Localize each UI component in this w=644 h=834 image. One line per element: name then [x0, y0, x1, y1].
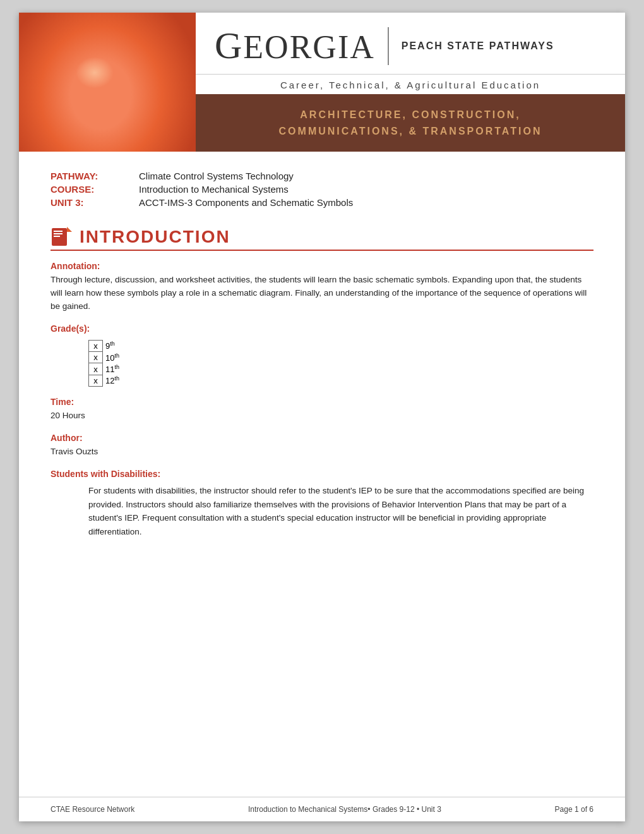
- vertical-divider: [388, 27, 389, 65]
- footer: CTAE Resource Network Introduction to Me…: [19, 797, 625, 821]
- grades-table: x9thx10thx11thx12th: [88, 340, 124, 387]
- grades-label: Grade(s):: [51, 323, 593, 334]
- unit-value: ACCT-IMS-3 Components and Schematic Symb…: [139, 197, 353, 208]
- footer-center: Introduction to Mechanical Systems• Grad…: [248, 805, 441, 814]
- header-top: GEORGIA PEACH STATE PATHWAYS: [196, 13, 625, 75]
- intro-section: INTRODUCTION Annotation: Through lecture…: [51, 226, 593, 538]
- svg-rect-1: [54, 231, 63, 232]
- banner-line-1: Architecture, Construction,: [208, 107, 612, 123]
- intro-heading-row: INTRODUCTION: [51, 226, 593, 248]
- ctae-subtitle: Career, Technical, & Agricultural Educat…: [196, 75, 625, 94]
- grade-value: 12th: [103, 375, 124, 386]
- svg-rect-3: [54, 236, 60, 237]
- grade-check: x: [89, 375, 103, 386]
- disabilities-text: For students with disabilities, the inst…: [88, 484, 593, 538]
- grade-check: x: [89, 363, 103, 375]
- pathway-value: Climate Control Systems Technology: [139, 171, 294, 181]
- disabilities-label: Students with Disabilities:: [51, 469, 593, 479]
- course-row: COURSE: Introduction to Mechanical Syste…: [51, 184, 593, 195]
- course-label: COURSE:: [51, 184, 139, 195]
- annotation-text: Through lecture, discussion, and workshe…: [51, 274, 593, 313]
- author-value: Travis Ouzts: [51, 445, 593, 459]
- footer-right: Page 1 of 6: [555, 805, 593, 814]
- peach-state-text: PEACH STATE PATHWAYS: [402, 40, 554, 52]
- header-image: [19, 13, 196, 152]
- peach-highlight: [76, 57, 114, 88]
- author-label: Author:: [51, 433, 593, 443]
- annotation-label: Annotation:: [51, 261, 593, 271]
- pathway-row: PATHWAY: Climate Control Systems Technol…: [51, 171, 593, 181]
- georgia-title: GEORGIA: [215, 24, 375, 68]
- course-value: Introduction to Mechanical Systems: [139, 184, 289, 195]
- grade-row: x12th: [89, 375, 124, 386]
- grade-value: 10th: [103, 352, 124, 363]
- grade-check: x: [89, 352, 103, 363]
- grade-check: x: [89, 340, 103, 351]
- pathway-label: PATHWAY:: [51, 171, 139, 181]
- info-table: PATHWAY: Climate Control Systems Technol…: [51, 171, 593, 208]
- svg-marker-4: [67, 227, 72, 232]
- header-right: GEORGIA PEACH STATE PATHWAYS Career, Tec…: [196, 13, 625, 152]
- svg-rect-2: [54, 233, 63, 234]
- grade-row: x11th: [89, 363, 124, 375]
- footer-left: CTAE Resource Network: [51, 805, 134, 814]
- banner-line-2: Communications, & Transportation: [208, 123, 612, 140]
- peach-state-pathways: PEACH STATE PATHWAYS: [402, 40, 554, 52]
- grade-row: x10th: [89, 352, 124, 363]
- intro-icon: [51, 226, 73, 248]
- unit-label: UNIT 3:: [51, 197, 139, 208]
- header: GEORGIA PEACH STATE PATHWAYS Career, Tec…: [19, 13, 625, 152]
- time-value: 20 Hours: [51, 409, 593, 423]
- content: PATHWAY: Climate Control Systems Technol…: [19, 152, 625, 797]
- page: GEORGIA PEACH STATE PATHWAYS Career, Tec…: [19, 13, 625, 821]
- grade-value: 11th: [103, 363, 124, 375]
- grade-row: x9th: [89, 340, 124, 351]
- time-label: Time:: [51, 397, 593, 407]
- grade-value: 9th: [103, 340, 124, 351]
- intro-title: INTRODUCTION: [80, 227, 230, 247]
- intro-underline: [51, 250, 593, 251]
- unit-row: UNIT 3: ACCT-IMS-3 Components and Schema…: [51, 197, 593, 208]
- header-banner: Architecture, Construction, Communicatio…: [196, 94, 625, 152]
